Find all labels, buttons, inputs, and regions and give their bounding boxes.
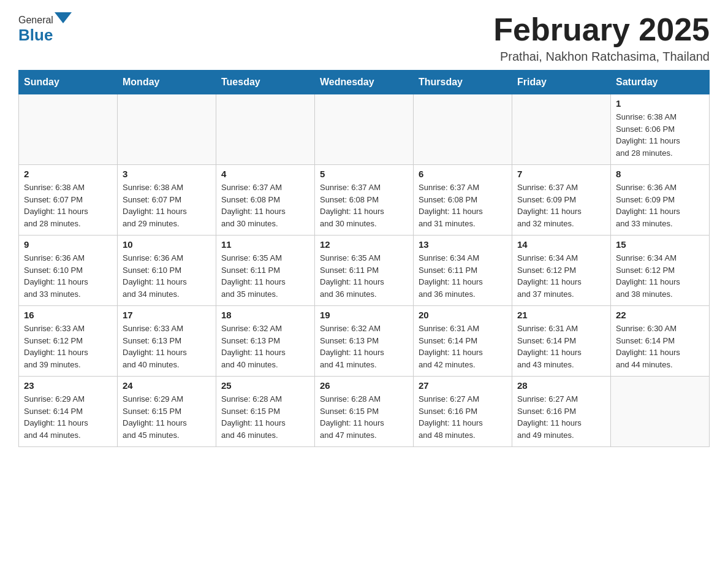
calendar-cell xyxy=(118,94,216,165)
calendar-cell: 24Sunrise: 6:29 AM Sunset: 6:15 PM Dayli… xyxy=(118,377,216,447)
calendar-table: SundayMondayTuesdayWednesdayThursdayFrid… xyxy=(18,70,710,447)
calendar-cell: 18Sunrise: 6:32 AM Sunset: 6:13 PM Dayli… xyxy=(216,306,315,377)
calendar-cell: 20Sunrise: 6:31 AM Sunset: 6:14 PM Dayli… xyxy=(414,306,512,377)
calendar-cell xyxy=(19,94,118,165)
day-number: 5 xyxy=(320,169,408,179)
day-info: Sunrise: 6:37 AM Sunset: 6:08 PM Dayligh… xyxy=(419,182,507,229)
day-number: 8 xyxy=(616,169,704,179)
weekday-header-monday: Monday xyxy=(118,71,216,94)
day-info: Sunrise: 6:30 AM Sunset: 6:14 PM Dayligh… xyxy=(616,323,704,370)
calendar-cell: 3Sunrise: 6:38 AM Sunset: 6:07 PM Daylig… xyxy=(118,165,216,236)
logo: General Blue xyxy=(18,12,73,45)
day-info: Sunrise: 6:37 AM Sunset: 6:09 PM Dayligh… xyxy=(517,182,605,229)
day-info: Sunrise: 6:27 AM Sunset: 6:16 PM Dayligh… xyxy=(419,393,507,441)
day-info: Sunrise: 6:38 AM Sunset: 6:07 PM Dayligh… xyxy=(123,182,211,229)
day-number: 20 xyxy=(419,310,507,320)
calendar-cell: 8Sunrise: 6:36 AM Sunset: 6:09 PM Daylig… xyxy=(611,165,710,236)
location-subtitle: Prathai, Nakhon Ratchasima, Thailand xyxy=(493,50,710,64)
day-number: 24 xyxy=(123,380,211,391)
day-number: 25 xyxy=(221,380,309,391)
calendar-cell xyxy=(512,94,611,165)
day-number: 15 xyxy=(616,239,704,250)
day-number: 18 xyxy=(221,310,309,320)
day-info: Sunrise: 6:34 AM Sunset: 6:12 PM Dayligh… xyxy=(616,252,704,300)
day-info: Sunrise: 6:37 AM Sunset: 6:08 PM Dayligh… xyxy=(221,182,309,229)
calendar-cell: 17Sunrise: 6:33 AM Sunset: 6:13 PM Dayli… xyxy=(118,306,216,377)
week-row-5: 23Sunrise: 6:29 AM Sunset: 6:14 PM Dayli… xyxy=(19,377,710,447)
day-info: Sunrise: 6:35 AM Sunset: 6:11 PM Dayligh… xyxy=(320,252,408,300)
day-number: 27 xyxy=(419,380,507,391)
day-info: Sunrise: 6:36 AM Sunset: 6:10 PM Dayligh… xyxy=(123,252,211,300)
calendar-cell: 7Sunrise: 6:37 AM Sunset: 6:09 PM Daylig… xyxy=(512,165,611,236)
day-info: Sunrise: 6:29 AM Sunset: 6:15 PM Dayligh… xyxy=(123,393,211,441)
weekday-header-thursday: Thursday xyxy=(414,71,512,94)
day-number: 6 xyxy=(419,169,507,179)
day-info: Sunrise: 6:31 AM Sunset: 6:14 PM Dayligh… xyxy=(419,323,507,370)
page-header: General Blue February 2025 Prathai, Nakh… xyxy=(18,12,710,64)
calendar-cell: 27Sunrise: 6:27 AM Sunset: 6:16 PM Dayli… xyxy=(414,377,512,447)
day-info: Sunrise: 6:36 AM Sunset: 6:10 PM Dayligh… xyxy=(24,252,112,300)
calendar-cell: 21Sunrise: 6:31 AM Sunset: 6:14 PM Dayli… xyxy=(512,306,611,377)
weekday-header-wednesday: Wednesday xyxy=(315,71,414,94)
day-number: 23 xyxy=(24,380,112,391)
day-info: Sunrise: 6:34 AM Sunset: 6:11 PM Dayligh… xyxy=(419,252,507,300)
day-number: 10 xyxy=(123,239,211,250)
calendar-cell: 9Sunrise: 6:36 AM Sunset: 6:10 PM Daylig… xyxy=(19,236,118,306)
week-row-4: 16Sunrise: 6:33 AM Sunset: 6:12 PM Dayli… xyxy=(19,306,710,377)
calendar-cell: 10Sunrise: 6:36 AM Sunset: 6:10 PM Dayli… xyxy=(118,236,216,306)
day-number: 17 xyxy=(123,310,211,320)
calendar-cell: 5Sunrise: 6:37 AM Sunset: 6:08 PM Daylig… xyxy=(315,165,414,236)
weekday-header-friday: Friday xyxy=(512,71,611,94)
day-info: Sunrise: 6:33 AM Sunset: 6:13 PM Dayligh… xyxy=(123,323,211,370)
calendar-cell: 16Sunrise: 6:33 AM Sunset: 6:12 PM Dayli… xyxy=(19,306,118,377)
day-info: Sunrise: 6:35 AM Sunset: 6:11 PM Dayligh… xyxy=(221,252,309,300)
calendar-cell: 15Sunrise: 6:34 AM Sunset: 6:12 PM Dayli… xyxy=(611,236,710,306)
week-row-2: 2Sunrise: 6:38 AM Sunset: 6:07 PM Daylig… xyxy=(19,165,710,236)
day-info: Sunrise: 6:38 AM Sunset: 6:07 PM Dayligh… xyxy=(24,182,112,229)
calendar-cell: 14Sunrise: 6:34 AM Sunset: 6:12 PM Dayli… xyxy=(512,236,611,306)
day-info: Sunrise: 6:32 AM Sunset: 6:13 PM Dayligh… xyxy=(320,323,408,370)
day-info: Sunrise: 6:33 AM Sunset: 6:12 PM Dayligh… xyxy=(24,323,112,370)
calendar-cell: 13Sunrise: 6:34 AM Sunset: 6:11 PM Dayli… xyxy=(414,236,512,306)
weekday-header-saturday: Saturday xyxy=(611,71,710,94)
calendar-cell: 19Sunrise: 6:32 AM Sunset: 6:13 PM Dayli… xyxy=(315,306,414,377)
day-number: 13 xyxy=(419,239,507,250)
month-title: February 2025 xyxy=(493,12,710,47)
day-info: Sunrise: 6:36 AM Sunset: 6:09 PM Dayligh… xyxy=(616,182,704,229)
logo-general-text: General xyxy=(18,15,53,26)
day-info: Sunrise: 6:32 AM Sunset: 6:13 PM Dayligh… xyxy=(221,323,309,370)
calendar-cell xyxy=(414,94,512,165)
calendar-header-row: SundayMondayTuesdayWednesdayThursdayFrid… xyxy=(19,71,710,94)
day-number: 7 xyxy=(517,169,605,179)
day-number: 3 xyxy=(123,169,211,179)
day-info: Sunrise: 6:38 AM Sunset: 6:06 PM Dayligh… xyxy=(616,111,704,159)
week-row-3: 9Sunrise: 6:36 AM Sunset: 6:10 PM Daylig… xyxy=(19,236,710,306)
day-number: 2 xyxy=(24,169,112,179)
day-info: Sunrise: 6:31 AM Sunset: 6:14 PM Dayligh… xyxy=(517,323,605,370)
weekday-header-tuesday: Tuesday xyxy=(216,71,315,94)
calendar-cell: 22Sunrise: 6:30 AM Sunset: 6:14 PM Dayli… xyxy=(611,306,710,377)
day-number: 16 xyxy=(24,310,112,320)
calendar-cell: 2Sunrise: 6:38 AM Sunset: 6:07 PM Daylig… xyxy=(19,165,118,236)
day-number: 28 xyxy=(517,380,605,391)
calendar-cell xyxy=(315,94,414,165)
calendar-cell: 11Sunrise: 6:35 AM Sunset: 6:11 PM Dayli… xyxy=(216,236,315,306)
calendar-cell xyxy=(611,377,710,447)
logo-triangle-icon xyxy=(55,12,72,23)
day-info: Sunrise: 6:37 AM Sunset: 6:08 PM Dayligh… xyxy=(320,182,408,229)
day-number: 1 xyxy=(616,98,704,109)
weekday-header-sunday: Sunday xyxy=(19,71,118,94)
week-row-1: 1Sunrise: 6:38 AM Sunset: 6:06 PM Daylig… xyxy=(19,94,710,165)
day-number: 4 xyxy=(221,169,309,179)
calendar-cell xyxy=(216,94,315,165)
day-number: 9 xyxy=(24,239,112,250)
calendar-cell: 26Sunrise: 6:28 AM Sunset: 6:15 PM Dayli… xyxy=(315,377,414,447)
day-number: 12 xyxy=(320,239,408,250)
day-info: Sunrise: 6:29 AM Sunset: 6:14 PM Dayligh… xyxy=(24,393,112,441)
day-info: Sunrise: 6:28 AM Sunset: 6:15 PM Dayligh… xyxy=(221,393,309,441)
day-number: 14 xyxy=(517,239,605,250)
day-number: 11 xyxy=(221,239,309,250)
calendar-cell: 6Sunrise: 6:37 AM Sunset: 6:08 PM Daylig… xyxy=(414,165,512,236)
day-number: 19 xyxy=(320,310,408,320)
day-number: 22 xyxy=(616,310,704,320)
